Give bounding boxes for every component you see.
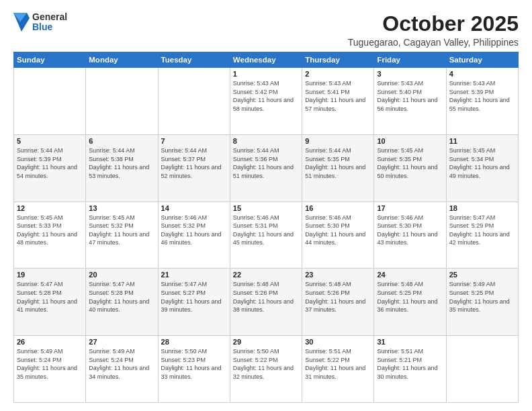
day-number: 23 <box>305 271 371 279</box>
day-number: 22 <box>233 271 299 279</box>
day-info: Sunrise: 5:45 AM Sunset: 5:34 PM Dayligh… <box>449 146 515 180</box>
table-row: 28Sunrise: 5:50 AM Sunset: 5:23 PM Dayli… <box>158 336 230 403</box>
day-number: 25 <box>449 271 515 279</box>
day-number: 27 <box>89 338 154 346</box>
day-info: Sunrise: 5:43 AM Sunset: 5:39 PM Dayligh… <box>449 79 515 113</box>
logo-blue-label: Blue <box>32 22 67 32</box>
day-number: 14 <box>161 204 227 212</box>
logo-icon <box>13 13 30 32</box>
table-row <box>158 68 230 135</box>
table-row <box>86 68 158 135</box>
day-info: Sunrise: 5:44 AM Sunset: 5:39 PM Dayligh… <box>17 146 83 180</box>
table-row: 26Sunrise: 5:49 AM Sunset: 5:24 PM Dayli… <box>14 336 86 403</box>
table-row: 17Sunrise: 5:46 AM Sunset: 5:30 PM Dayli… <box>374 201 446 269</box>
logo-text: General Blue <box>32 12 67 33</box>
day-info: Sunrise: 5:46 AM Sunset: 5:32 PM Dayligh… <box>161 214 227 247</box>
table-row: 22Sunrise: 5:48 AM Sunset: 5:26 PM Dayli… <box>230 269 302 336</box>
table-row: 3Sunrise: 5:43 AM Sunset: 5:40 PM Daylig… <box>374 68 446 135</box>
day-number: 17 <box>377 204 443 212</box>
page: General Blue October 2025 Tuguegarao, Ca… <box>0 0 532 411</box>
table-row: 24Sunrise: 5:48 AM Sunset: 5:25 PM Dayli… <box>374 269 446 336</box>
table-row: 5Sunrise: 5:44 AM Sunset: 5:39 PM Daylig… <box>14 134 86 201</box>
calendar-week-2: 5Sunrise: 5:44 AM Sunset: 5:39 PM Daylig… <box>14 134 519 201</box>
day-info: Sunrise: 5:43 AM Sunset: 5:42 PM Dayligh… <box>233 79 299 113</box>
day-number: 10 <box>377 137 443 145</box>
day-info: Sunrise: 5:49 AM Sunset: 5:25 PM Dayligh… <box>449 280 515 314</box>
day-number: 28 <box>161 338 227 346</box>
calendar-week-1: 1Sunrise: 5:43 AM Sunset: 5:42 PM Daylig… <box>14 68 519 135</box>
calendar-week-4: 19Sunrise: 5:47 AM Sunset: 5:28 PM Dayli… <box>14 269 519 336</box>
day-info: Sunrise: 5:50 AM Sunset: 5:22 PM Dayligh… <box>233 347 299 381</box>
day-number: 24 <box>377 271 443 279</box>
table-row: 23Sunrise: 5:48 AM Sunset: 5:26 PM Dayli… <box>302 269 374 336</box>
day-number: 9 <box>305 137 371 145</box>
weekday-header-row: Sunday Monday Tuesday Wednesday Thursday… <box>14 52 519 68</box>
table-row: 7Sunrise: 5:44 AM Sunset: 5:37 PM Daylig… <box>158 134 230 201</box>
day-info: Sunrise: 5:45 AM Sunset: 5:33 PM Dayligh… <box>17 214 83 247</box>
day-number: 2 <box>305 70 371 78</box>
table-row: 1Sunrise: 5:43 AM Sunset: 5:42 PM Daylig… <box>230 68 302 135</box>
table-row: 6Sunrise: 5:44 AM Sunset: 5:38 PM Daylig… <box>86 134 158 201</box>
day-number: 19 <box>17 271 83 279</box>
header-saturday: Saturday <box>446 52 518 68</box>
month-title: October 2025 <box>348 12 519 36</box>
day-info: Sunrise: 5:44 AM Sunset: 5:36 PM Dayligh… <box>233 146 299 180</box>
day-info: Sunrise: 5:45 AM Sunset: 5:32 PM Dayligh… <box>89 214 154 247</box>
day-info: Sunrise: 5:50 AM Sunset: 5:23 PM Dayligh… <box>161 347 227 381</box>
calendar-week-5: 26Sunrise: 5:49 AM Sunset: 5:24 PM Dayli… <box>14 336 519 403</box>
table-row: 10Sunrise: 5:45 AM Sunset: 5:35 PM Dayli… <box>374 134 446 201</box>
day-info: Sunrise: 5:45 AM Sunset: 5:35 PM Dayligh… <box>377 146 443 180</box>
day-number: 13 <box>89 204 154 212</box>
day-number: 11 <box>449 137 515 145</box>
table-row: 16Sunrise: 5:46 AM Sunset: 5:30 PM Dayli… <box>302 201 374 269</box>
calendar-week-3: 12Sunrise: 5:45 AM Sunset: 5:33 PM Dayli… <box>14 201 519 269</box>
day-info: Sunrise: 5:43 AM Sunset: 5:41 PM Dayligh… <box>305 79 371 113</box>
day-number: 4 <box>449 70 515 78</box>
table-row: 31Sunrise: 5:51 AM Sunset: 5:21 PM Dayli… <box>374 336 446 403</box>
subtitle: Tuguegarao, Cagayan Valley, Philippines <box>348 37 519 48</box>
day-number: 20 <box>89 271 154 279</box>
day-number: 6 <box>89 137 154 145</box>
day-info: Sunrise: 5:47 AM Sunset: 5:28 PM Dayligh… <box>89 280 154 314</box>
day-info: Sunrise: 5:47 AM Sunset: 5:27 PM Dayligh… <box>161 280 227 314</box>
table-row: 29Sunrise: 5:50 AM Sunset: 5:22 PM Dayli… <box>230 336 302 403</box>
header-monday: Monday <box>86 52 158 68</box>
table-row: 21Sunrise: 5:47 AM Sunset: 5:27 PM Dayli… <box>158 269 230 336</box>
day-number: 5 <box>17 137 83 145</box>
day-number: 7 <box>161 137 227 145</box>
day-number: 18 <box>449 204 515 212</box>
day-info: Sunrise: 5:46 AM Sunset: 5:31 PM Dayligh… <box>233 214 299 247</box>
day-info: Sunrise: 5:44 AM Sunset: 5:37 PM Dayligh… <box>161 146 227 180</box>
day-number: 1 <box>233 70 299 78</box>
table-row <box>14 68 86 135</box>
table-row <box>446 336 518 403</box>
table-row: 14Sunrise: 5:46 AM Sunset: 5:32 PM Dayli… <box>158 201 230 269</box>
day-number: 3 <box>377 70 443 78</box>
day-number: 8 <box>233 137 299 145</box>
table-row: 25Sunrise: 5:49 AM Sunset: 5:25 PM Dayli… <box>446 269 518 336</box>
day-number: 16 <box>305 204 371 212</box>
day-info: Sunrise: 5:49 AM Sunset: 5:24 PM Dayligh… <box>17 347 83 381</box>
day-number: 29 <box>233 338 299 346</box>
table-row: 30Sunrise: 5:51 AM Sunset: 5:22 PM Dayli… <box>302 336 374 403</box>
day-info: Sunrise: 5:43 AM Sunset: 5:40 PM Dayligh… <box>377 79 443 113</box>
table-row: 13Sunrise: 5:45 AM Sunset: 5:32 PM Dayli… <box>86 201 158 269</box>
day-info: Sunrise: 5:48 AM Sunset: 5:26 PM Dayligh… <box>233 280 299 314</box>
day-number: 21 <box>161 271 227 279</box>
calendar-table: Sunday Monday Tuesday Wednesday Thursday… <box>13 52 519 403</box>
table-row: 11Sunrise: 5:45 AM Sunset: 5:34 PM Dayli… <box>446 134 518 201</box>
day-info: Sunrise: 5:46 AM Sunset: 5:30 PM Dayligh… <box>377 214 443 247</box>
day-number: 12 <box>17 204 83 212</box>
header-tuesday: Tuesday <box>158 52 230 68</box>
table-row: 8Sunrise: 5:44 AM Sunset: 5:36 PM Daylig… <box>230 134 302 201</box>
logo: General Blue <box>13 12 67 33</box>
day-info: Sunrise: 5:51 AM Sunset: 5:22 PM Dayligh… <box>305 347 371 381</box>
header-friday: Friday <box>374 52 446 68</box>
table-row: 20Sunrise: 5:47 AM Sunset: 5:28 PM Dayli… <box>86 269 158 336</box>
table-row: 12Sunrise: 5:45 AM Sunset: 5:33 PM Dayli… <box>14 201 86 269</box>
header-sunday: Sunday <box>14 52 86 68</box>
table-row: 4Sunrise: 5:43 AM Sunset: 5:39 PM Daylig… <box>446 68 518 135</box>
day-info: Sunrise: 5:47 AM Sunset: 5:28 PM Dayligh… <box>17 280 83 314</box>
day-info: Sunrise: 5:44 AM Sunset: 5:38 PM Dayligh… <box>89 146 154 180</box>
day-info: Sunrise: 5:48 AM Sunset: 5:26 PM Dayligh… <box>305 280 371 314</box>
